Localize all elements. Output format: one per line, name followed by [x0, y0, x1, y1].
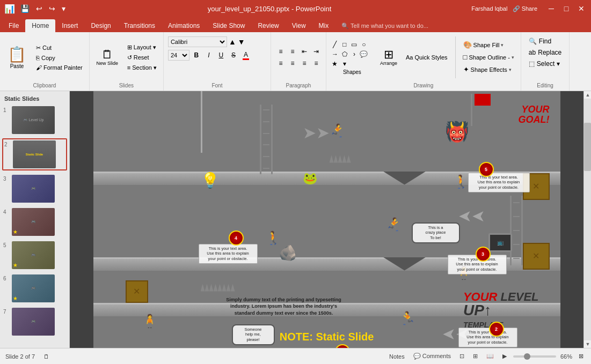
font-top-row: Calibri ▲ ▼ [168, 36, 266, 47]
tab-design[interactable]: Design [84, 19, 117, 32]
slide-thumb-6[interactable]: 6 🎮 ★ [2, 273, 67, 303]
font-color-button[interactable]: A [240, 50, 251, 61]
lightbulb-icon: 💡 [201, 172, 220, 189]
fit-slide-button[interactable]: ⊠ [577, 352, 586, 361]
new-slide-button[interactable]: 🗒 New Slide [94, 48, 121, 67]
slide-thumb-3[interactable]: 3 🎮 [2, 174, 67, 204]
shape-outline-button[interactable]: □ Shape Outline - ▾ [461, 52, 516, 62]
shape-oval[interactable]: ○ [360, 40, 368, 49]
normal-view-button[interactable]: ⊡ [457, 352, 466, 361]
font-size-select[interactable]: 24 [168, 50, 189, 61]
align-center-button[interactable]: ≡ [287, 58, 298, 69]
slide-num-1: 1 [3, 106, 10, 113]
restore-button[interactable]: □ [561, 3, 572, 14]
bold-button[interactable]: B [191, 50, 202, 61]
slide-show-button[interactable]: ▶ [500, 352, 509, 361]
strikethrough-button[interactable]: S [228, 50, 239, 61]
reset-button[interactable]: ↺Reset [125, 53, 159, 62]
slide-thumb-4[interactable]: 4 🎮 ★ [2, 207, 67, 237]
tab-slide-show[interactable]: Slide Show [206, 19, 251, 32]
shape-effects-button[interactable]: ✦ Shape Effects ▾ [461, 64, 516, 75]
font-size-row: 24 B I U S A [168, 50, 266, 61]
underline-button[interactable]: U [216, 50, 227, 61]
bullet-list-button[interactable]: ≡ [275, 46, 286, 57]
canvas-area[interactable]: 📺 💡 ➤➤ ➤➤ ➤➤ 🐸 👹 [70, 91, 583, 348]
crate-bottom-left [126, 280, 148, 303]
redo-button[interactable]: ↪ [47, 3, 57, 14]
shape-rounded-rect[interactable]: ▭ [350, 40, 359, 49]
ribbon-group-editing: 🔍Find abReplace ⬚Select ▾ Editing [521, 32, 570, 91]
tab-review[interactable]: Review [251, 19, 285, 32]
numbered-list-button[interactable]: ≡ [287, 46, 298, 57]
shape-more[interactable]: ▾ [340, 60, 349, 68]
slide-thumb-2[interactable]: 2 Static Slide [2, 138, 67, 170]
justify-button[interactable]: ≡ [311, 58, 322, 69]
shapes-gallery[interactable]: ╱ □ ▭ ○ → ⬠ › 💬 ★ ▾ [331, 40, 374, 68]
shape-rect[interactable]: □ [340, 40, 349, 49]
slide-sorter-button[interactable]: ⊞ [471, 352, 480, 361]
shape-line[interactable]: ╱ [331, 40, 339, 49]
section-button[interactable]: ≡Section ▾ [125, 63, 159, 72]
tab-animations[interactable]: Animations [162, 19, 206, 32]
slide-thumb-1[interactable]: 1 🎮 Level Up [2, 105, 67, 135]
align-left-button[interactable]: ≡ [275, 58, 286, 69]
status-right: Notes 💬 Comments ⊡ ⊞ 📖 ▶ 66% ⊠ [387, 352, 586, 361]
format-painter-button[interactable]: 🖌Format Painter [34, 63, 85, 72]
increase-indent-button[interactable]: ⇥ [311, 46, 322, 57]
tab-home[interactable]: Home [25, 19, 55, 32]
increase-font-size-button[interactable]: ▲ [229, 38, 236, 46]
slide-notes-icon[interactable]: 🗒 [41, 352, 52, 361]
slide-thumb-5[interactable]: 5 🎮 ★ [2, 240, 67, 270]
slide-num-6: 6 [3, 274, 10, 281]
find-button[interactable]: 🔍Find [526, 36, 565, 46]
character-top-1: 🏃 [330, 123, 346, 138]
decrease-indent-button[interactable]: ⇤ [299, 46, 310, 57]
undo-button[interactable]: ↩ [34, 3, 45, 14]
tab-insert[interactable]: Insert [55, 19, 84, 32]
replace-button[interactable]: abReplace [526, 48, 565, 57]
zoom-slider[interactable] [513, 355, 556, 358]
scroll-down-button[interactable]: ▼ [584, 340, 591, 348]
account-button[interactable]: Farshad Iqbal 🔗 Share [471, 5, 537, 12]
paragraph-content: ≡ ≡ ⇤ ⇥ ≡ ≡ ≡ ≡ [275, 34, 322, 80]
cut-button[interactable]: ✂Cut [34, 43, 85, 53]
slide-thumb-7[interactable]: 7 🎮 [2, 307, 67, 337]
reading-view-button[interactable]: 📖 [484, 352, 496, 361]
copy-button[interactable]: ⎘Copy [34, 54, 85, 62]
customize-quick-access-button[interactable]: ▾ [60, 3, 68, 14]
italic-button[interactable]: I [203, 50, 214, 61]
font-family-select[interactable]: Calibri [168, 36, 227, 47]
tab-view[interactable]: View [286, 19, 312, 32]
scroll-track[interactable] [584, 99, 591, 340]
arrange-button[interactable]: ⊞ Arrange [378, 48, 399, 67]
character-bottom-1: 🏃 [399, 311, 415, 326]
spikes-top [330, 155, 351, 163]
shape-arrow[interactable]: → [331, 50, 339, 58]
select-button[interactable]: ⬚Select ▾ [526, 59, 565, 69]
slide-num-3: 3 [3, 175, 10, 182]
shape-star[interactable]: ★ [331, 60, 339, 68]
save-button[interactable]: 💾 [18, 3, 32, 14]
tab-mix[interactable]: Mix [312, 19, 335, 32]
shape-callout[interactable]: 💬 [360, 50, 368, 58]
tab-tell-me[interactable]: 🔍 Tell me what you want to do... [335, 19, 435, 32]
shape-chevron[interactable]: › [350, 50, 359, 58]
scroll-right[interactable]: ▲ ▼ [583, 91, 591, 348]
scroll-up-button[interactable]: ▲ [584, 91, 591, 99]
shape-fill-button[interactable]: 🎨 Shape Fill ▾ [461, 40, 516, 50]
minimize-button[interactable]: ─ [546, 3, 557, 14]
arrow-left-mid: ➤➤ [458, 206, 485, 225]
layout-button[interactable]: ⊞Layout ▾ [125, 43, 159, 52]
tab-file[interactable]: File [2, 19, 25, 32]
close-button[interactable]: ✕ [576, 3, 587, 14]
comments-button[interactable]: 💬 Comments [411, 352, 453, 361]
notes-button[interactable]: Notes [387, 352, 407, 361]
quick-styles-button[interactable]: AaQuick Styles [404, 53, 450, 62]
character-right-top: 🚶 [453, 174, 469, 189]
shape-outline-label: Shape Outline - [469, 54, 509, 61]
paste-button[interactable]: 📋 Paste [4, 43, 30, 71]
align-right-button[interactable]: ≡ [299, 58, 310, 69]
tab-transitions[interactable]: Transitions [118, 19, 162, 32]
decrease-font-size-button[interactable]: ▼ [238, 38, 245, 46]
shape-pentagon[interactable]: ⬠ [340, 50, 349, 58]
